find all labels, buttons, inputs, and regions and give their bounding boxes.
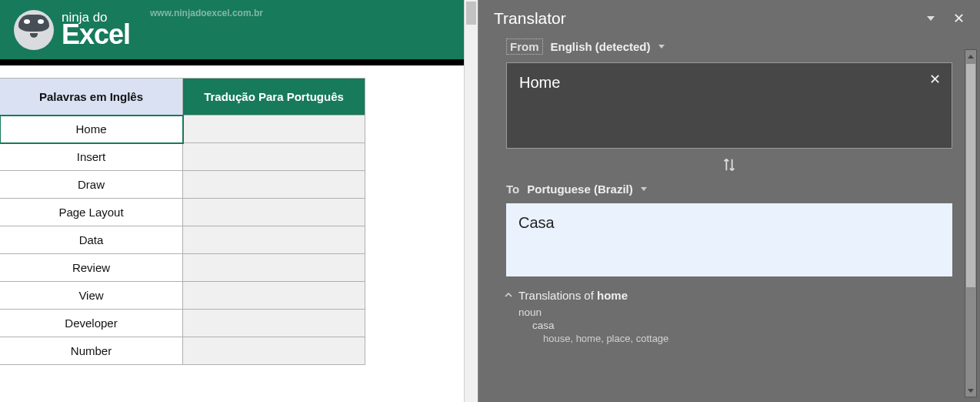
table-row[interactable]: Data (0, 226, 365, 254)
ninja-logo-icon (14, 10, 54, 50)
source-text: Home (519, 74, 560, 91)
portuguese-cell[interactable] (183, 116, 365, 143)
data-table: Palavras em Inglês Tradução Para Portugu… (0, 78, 478, 365)
table-row[interactable]: Number (0, 337, 365, 365)
chevron-down-icon (658, 45, 665, 49)
english-cell[interactable]: Number (0, 337, 183, 365)
logo-bottom-word: Excel (62, 21, 130, 49)
scrollbar-thumb[interactable] (966, 64, 975, 287)
portuguese-cell[interactable] (183, 254, 365, 282)
translator-pane: Translator ✕ From English (detected) Hom… (478, 0, 980, 402)
table-row[interactable]: Draw (0, 171, 365, 199)
pane-title: Translator (494, 9, 566, 28)
logo-text: ninja do Excel (62, 11, 130, 49)
translation-output: Casa (506, 203, 952, 276)
to-language: Portuguese (Brazil) (527, 183, 633, 196)
header-portuguese[interactable]: Tradução Para Português (183, 79, 365, 116)
portuguese-cell[interactable] (183, 226, 365, 254)
pane-menu-dropdown-icon[interactable] (927, 16, 935, 21)
translations-body: noun casa house, home, place, cottage (478, 303, 980, 344)
chevron-up-icon (505, 291, 512, 299)
english-cell[interactable]: Developer (0, 310, 183, 337)
banner: ninja do Excel www.ninjadoexcel.com.br (0, 0, 478, 65)
translations-heading-prefix: Translations of (518, 289, 597, 302)
portuguese-cell[interactable] (183, 337, 365, 365)
english-cell[interactable]: Data (0, 226, 183, 254)
english-cell[interactable]: Review (0, 254, 183, 282)
right-vertical-scrollbar[interactable] (965, 49, 977, 397)
pane-header: Translator ✕ (478, 0, 980, 34)
table-row[interactable]: View (0, 282, 365, 310)
english-cell[interactable]: Page Layout (0, 199, 183, 226)
english-cell[interactable]: Draw (0, 171, 183, 199)
to-language-selector[interactable]: To Portuguese (Brazil) (478, 178, 980, 200)
part-of-speech: noun (518, 307, 952, 318)
swap-languages-icon[interactable] (721, 156, 738, 173)
alternative-translations: house, home, place, cottage (518, 333, 952, 344)
english-cell[interactable]: Insert (0, 143, 183, 171)
english-cell[interactable]: Home (0, 116, 183, 143)
to-label: To (506, 183, 519, 196)
left-vertical-scrollbar[interactable] (464, 0, 478, 402)
header-english[interactable]: Palavras em Inglês (0, 79, 183, 116)
translated-text: Casa (518, 214, 555, 231)
scrollbar-thumb[interactable] (466, 2, 476, 25)
portuguese-cell[interactable] (183, 199, 365, 226)
from-label: From (506, 39, 543, 55)
clear-input-button[interactable]: ✕ (929, 71, 941, 88)
translations-section-header[interactable]: Translations of home (478, 280, 980, 303)
table-row[interactable]: Insert (0, 143, 365, 171)
source-text-input[interactable]: Home ✕ (506, 62, 952, 149)
portuguese-cell[interactable] (183, 143, 365, 171)
from-language-selector[interactable]: From English (detected) (478, 34, 980, 59)
banner-url: www.ninjadoexcel.com.br (150, 8, 263, 18)
spreadsheet-area: ninja do Excel www.ninjadoexcel.com.br P… (0, 0, 478, 402)
table-row[interactable]: Review (0, 254, 365, 282)
portuguese-cell[interactable] (183, 171, 365, 199)
scroll-down-button[interactable] (965, 384, 976, 397)
table-row[interactable]: Home (0, 116, 365, 143)
table-row[interactable]: Developer (0, 310, 365, 337)
table-row[interactable]: Page Layout (0, 199, 365, 226)
portuguese-cell[interactable] (183, 310, 365, 337)
portuguese-cell[interactable] (183, 282, 365, 310)
from-language: English (detected) (551, 40, 651, 53)
scroll-up-button[interactable] (965, 50, 976, 62)
primary-translation: casa (518, 320, 952, 331)
close-pane-button[interactable]: ✕ (953, 10, 965, 27)
english-cell[interactable]: View (0, 282, 183, 310)
chevron-down-icon (641, 187, 647, 191)
translations-heading-word: home (597, 289, 628, 302)
